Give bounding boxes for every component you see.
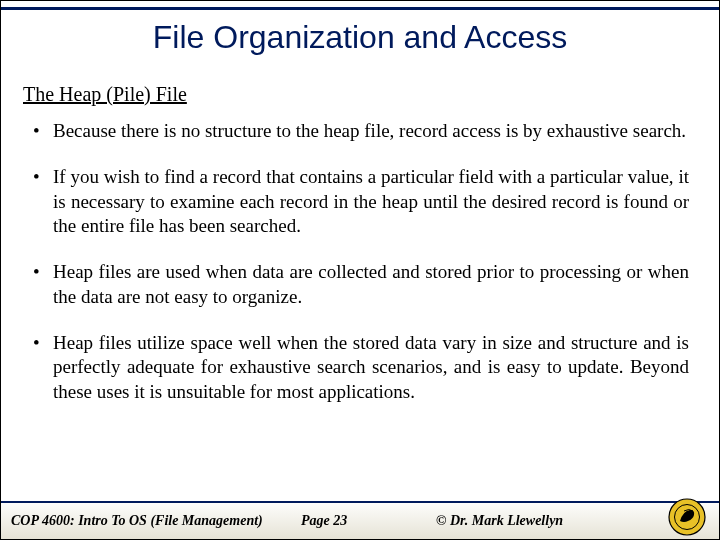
section-heading: The Heap (Pile) File [23, 83, 187, 106]
footer-page: Page 23 [301, 513, 347, 529]
bullet-list: Because there is no structure to the hea… [31, 119, 689, 426]
slide: File Organization and Access The Heap (P… [0, 0, 720, 540]
bullet-item: Heap files utilize space well when the s… [31, 331, 689, 404]
footer-bar: COP 4600: Intro To OS (File Management) … [1, 503, 719, 539]
bullet-item: Because there is no structure to the hea… [31, 119, 689, 143]
ucf-pegasus-logo-icon [667, 497, 707, 537]
footer-course: COP 4600: Intro To OS (File Management) [11, 513, 263, 529]
slide-title: File Organization and Access [1, 19, 719, 56]
bullet-item: If you wish to find a record that contai… [31, 165, 689, 238]
top-rule [1, 7, 719, 10]
footer-copyright: © Dr. Mark Llewellyn [436, 513, 563, 529]
bullet-item: Heap files are used when data are collec… [31, 260, 689, 309]
slide-footer: COP 4600: Intro To OS (File Management) … [1, 501, 719, 539]
